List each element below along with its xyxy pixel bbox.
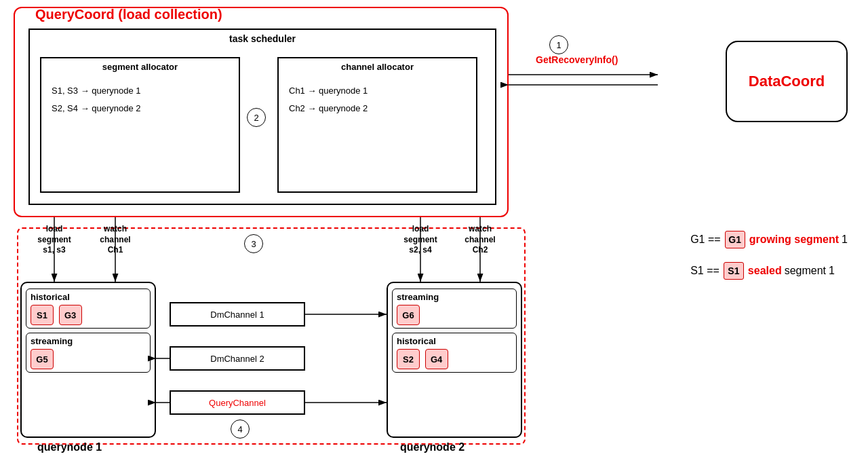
datacoord-box: DataCoord [726,41,848,122]
legend-s1-num: 1 [829,265,835,277]
legend-sealed-label: sealed [748,265,782,277]
qn1-streaming-segments: G5 [31,349,146,369]
segment-allocator-box: segment allocator S1, S3 → querynode 1 S… [40,57,240,193]
qn2-s2-chip: S2 [397,349,420,369]
segment-row1: S1, S3 → querynode 1 [52,82,141,100]
querychannel-box: QueryChannel [170,390,305,415]
qn1-historical-label: historical [31,292,146,302]
qn2-historical-segments: S2 G4 [397,349,512,369]
channel-row2: Ch2 → querynode 2 [289,100,368,117]
dmchannel2-box: DmChannel 2 [170,346,305,371]
legend-area: G1 == G1 growing segment 1 S1 == S1 seal… [690,231,848,293]
segment-alloc-content: S1, S3 → querynode 1 S2, S4 → querynode … [52,82,141,117]
legend-s1-row: S1 == S1 sealed segment 1 [690,262,848,280]
qn2-streaming-segments: G6 [397,305,512,325]
qn1-g5-chip: G5 [31,349,54,369]
badge-1: 1 [549,35,568,54]
qn2-historical-section: historical S2 G4 [392,333,517,373]
badge-4: 4 [231,420,250,439]
legend-g1-prefix: G1 == [690,234,720,246]
load-segment-s1s3-label: loadsegments1, s3 [27,224,81,256]
diagram-container: QueryCoord (load collection) task schedu… [0,0,868,465]
querynode2-box: streaming G6 historical S2 G4 [387,282,522,438]
qn1-historical-segments: S1 G3 [31,305,146,325]
badge-2: 2 [247,108,266,127]
qn2-streaming-label: streaming [397,292,512,302]
querycoord-title: QueryCoord (load collection) [35,7,222,22]
querynode1-footer: querynode 1 [37,441,102,453]
legend-g1-row: G1 == G1 growing segment 1 [690,231,848,248]
legend-g1-num: 1 [842,234,848,246]
channel-alloc-content: Ch1 → querynode 1 Ch2 → querynode 2 [289,82,368,117]
watch-channel-ch1-label: watchchannelCh1 [88,224,142,256]
qn2-g4-chip: G4 [425,349,448,369]
qn1-s1-chip: S1 [31,305,54,325]
legend-s1-prefix: S1 == [690,265,719,277]
channel-allocator-label: channel allocator [279,62,476,72]
qn1-streaming-label: streaming [31,336,146,346]
querycoord-box: QueryCoord (load collection) task schedu… [14,7,509,217]
getrecoveryinfo-label: GetRecoveryInfo() [536,54,618,65]
qn1-historical-section: historical S1 G3 [26,289,151,329]
legend-g1-chip: G1 [725,231,745,248]
channel-allocator-box: channel allocator Ch1 → querynode 1 Ch2 … [277,57,477,193]
qn1-g3-chip: G3 [59,305,82,325]
task-scheduler-label: task scheduler [30,33,495,44]
legend-s1-chip: S1 [724,262,744,280]
dmchannel1-box: DmChannel 1 [170,302,305,327]
watch-channel-ch2-label: watchchannelCh2 [453,224,507,256]
legend-growing-label: growing segment [749,234,839,246]
querynode1-box: historical S1 G3 streaming G5 [20,282,156,438]
querynode2-footer: querynode 2 [400,441,465,453]
segment-allocator-label: segment allocator [41,62,239,72]
badge-3: 3 [244,234,263,253]
qn1-streaming-section: streaming G5 [26,333,151,373]
load-segment-s2s4-label: loadsegments2, s4 [393,224,448,256]
datacoord-label: DataCoord [749,73,825,90]
qn2-g6-chip: G6 [397,305,420,325]
qn2-historical-label: historical [397,336,512,346]
segment-row2: S2, S4 → querynode 2 [52,100,141,117]
task-scheduler-box: task scheduler segment allocator S1, S3 … [28,29,496,205]
qn2-streaming-section: streaming G6 [392,289,517,329]
channel-row1: Ch1 → querynode 1 [289,82,368,100]
legend-segment-label: segment [785,265,826,277]
